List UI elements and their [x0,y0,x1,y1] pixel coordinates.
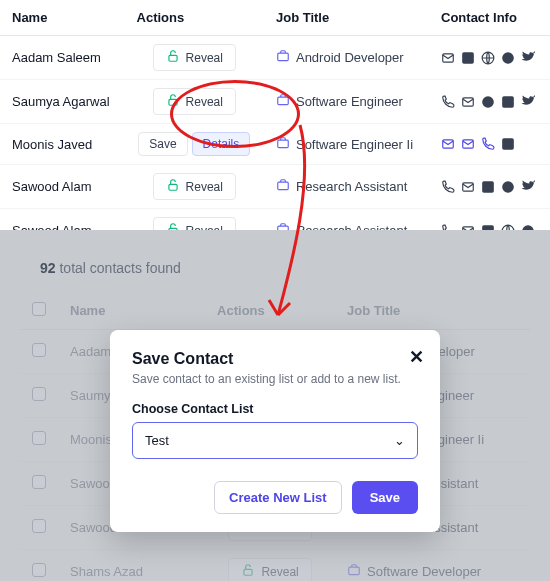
mail-icon[interactable] [461,137,475,151]
reveal-button[interactable]: Reveal [153,88,236,115]
svg-rect-18 [482,181,494,193]
mail-icon[interactable] [461,180,475,194]
save-row-button[interactable]: Save [138,132,187,156]
table-row: Moonis JavedSaveDetailsSoftware Engineer… [0,124,550,165]
tw-icon[interactable] [521,180,535,194]
cell-job: Android Developer [264,36,429,80]
fb-icon[interactable] [481,95,495,109]
linkedin-icon[interactable] [501,95,515,109]
cell-name: Moonis Javed [0,124,125,165]
briefcase-icon [276,136,290,153]
create-new-list-button[interactable]: Create New List [214,481,342,514]
svg-point-9 [482,96,494,108]
unlock-icon [166,49,180,66]
contact-list-selected: Test [145,433,169,448]
details-button[interactable]: Details [192,132,251,156]
briefcase-icon [276,93,290,110]
cell-actions: Reveal [125,165,264,209]
col-job: Job Title [264,0,429,36]
svg-rect-14 [502,138,514,150]
cell-name: Aadam Saleem [0,36,125,80]
col-actions: Actions [125,0,264,36]
briefcase-icon [276,178,290,195]
cell-name: Saumya Agarwal [0,80,125,124]
briefcase-icon [276,49,290,66]
table-row: Aadam SaleemRevealAndroid Developer [0,36,550,80]
table-row: Saumya AgarwalRevealSoftware Engineer [0,80,550,124]
globe-icon[interactable] [481,51,495,65]
mail-icon[interactable] [441,51,455,65]
modal-title: Save Contact [132,350,418,368]
cell-actions: Reveal [125,36,264,80]
modal-subtitle: Save contact to an existing list or add … [132,372,418,386]
cell-job: Software Engineer Ii [264,124,429,165]
reveal-button[interactable]: Reveal [153,44,236,71]
cell-contact [429,165,550,209]
svg-rect-3 [462,52,474,64]
contacts-table: Name Actions Job Title Contact Info Aada… [0,0,550,253]
save-button[interactable]: Save [352,481,418,514]
mail-icon[interactable] [441,137,455,151]
svg-rect-6 [168,99,176,105]
cell-job: Research Assistant [264,165,429,209]
reveal-button[interactable]: Reveal [153,173,236,200]
table-row: Sawood AlamRevealResearch Assistant [0,165,550,209]
fb-icon[interactable] [501,180,515,194]
cell-actions: Reveal [125,80,264,124]
unlock-icon [166,93,180,110]
tw-icon[interactable] [521,95,535,109]
svg-point-19 [502,181,514,193]
cell-contact [429,80,550,124]
svg-rect-16 [278,182,289,190]
col-contact: Contact Info [429,0,550,36]
svg-rect-0 [168,55,176,61]
close-icon[interactable]: ✕ [409,346,424,368]
linkedin-icon[interactable] [481,180,495,194]
mail-icon[interactable] [461,95,475,109]
cell-contact [429,36,550,80]
svg-rect-7 [278,97,289,105]
svg-rect-15 [168,184,176,190]
svg-rect-1 [278,53,289,61]
svg-rect-10 [502,96,514,108]
cell-contact [429,124,550,165]
phone-icon[interactable] [481,137,495,151]
phone-icon[interactable] [441,95,455,109]
contact-list-select[interactable]: Test ⌄ [132,422,418,459]
linkedin-icon[interactable] [501,137,515,151]
svg-point-5 [502,52,514,64]
unlock-icon [166,178,180,195]
cell-name: Sawood Alam [0,165,125,209]
cell-actions: SaveDetails [125,124,264,165]
phone-icon[interactable] [441,180,455,194]
cell-job: Software Engineer [264,80,429,124]
svg-rect-11 [278,140,289,148]
chevron-down-icon: ⌄ [394,433,405,448]
linkedin-icon[interactable] [461,51,475,65]
save-contact-modal: ✕ Save Contact Save contact to an existi… [110,330,440,532]
fb-icon[interactable] [501,51,515,65]
col-name: Name [0,0,125,36]
contact-list-label: Choose Contact List [132,402,418,416]
tw-icon[interactable] [521,51,535,65]
